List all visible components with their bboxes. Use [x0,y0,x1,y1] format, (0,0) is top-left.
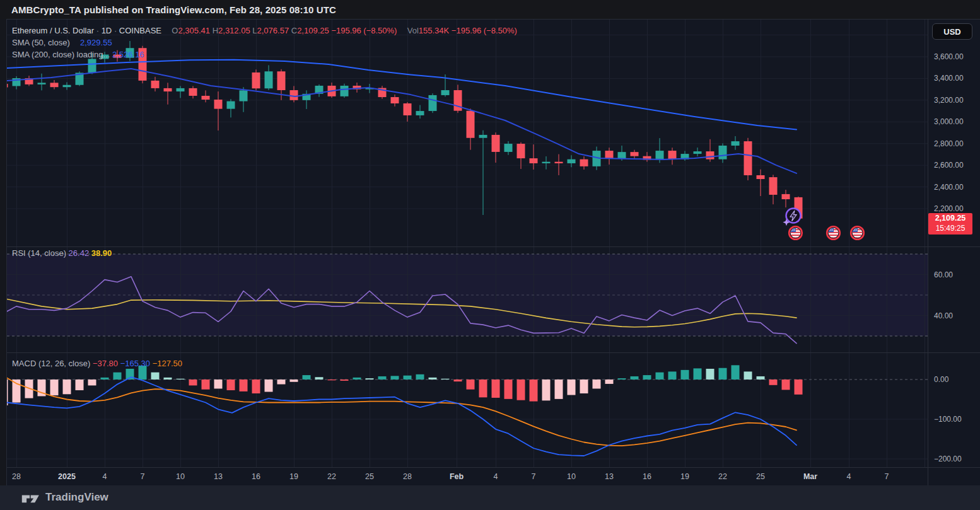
candle-body [7,84,8,88]
low-value: 2,076.57 [257,26,289,35]
macd-histogram-bar [88,380,96,385]
interval-label[interactable]: 1D [102,26,112,35]
sma200-legend[interactable]: SMA (200, close) loading... 2,526.16 [12,50,144,59]
candle-body [429,95,437,111]
tradingview-logo-icon[interactable] [21,492,43,506]
sma200-label[interactable]: SMA (200, close) loading... [12,50,110,59]
time-tick-label: 4 [103,472,107,481]
candle-body [164,88,172,91]
time-tick-label: 13 [605,472,614,481]
macd-histogram-bar [391,376,399,380]
macd-histogram-bar [76,380,84,390]
macd-histogram-bar [732,365,740,380]
candle-body [580,159,588,166]
macd-tick-label: −100.00 [934,415,962,424]
macd-histogram-bar [202,380,210,390]
macd-histogram-bar [378,376,387,380]
rsi-ma-value: 38.90 [91,248,112,258]
candle-body [50,83,59,87]
chart-canvas[interactable]: 3,600.003,400.003,200.003,000.002,800.00… [7,20,980,486]
time-tick-label: 22 [327,472,336,481]
close-label: C [291,26,297,35]
candle-body [769,177,778,195]
candle-body [568,159,576,163]
macd-histogram-bar [214,380,223,388]
macd-histogram-bar [618,378,626,380]
candle-body [227,101,235,109]
candle-body [441,90,450,95]
time-tick-label: 25 [365,472,374,481]
time-tick-label: 4 [494,472,498,481]
rsi-tick-label: 40.00 [934,311,953,320]
macd-histogram-bar [240,380,248,391]
macd-histogram-bar [505,380,513,399]
us-flag-event-icon[interactable] [788,225,803,243]
macd-histogram-bar [769,380,778,385]
price-tick-label: 3,000.00 [934,117,964,126]
currency-button[interactable]: USD [932,23,972,40]
time-tick-label: Mar [803,472,817,481]
time-tick-label: 2025 [58,472,76,481]
macd-histogram-bar [404,376,412,380]
macd-histogram-bar [315,377,324,380]
candle-body [416,111,424,115]
change-value: −195.96 (−8.50%) [331,26,397,35]
macd-label[interactable]: MACD (12, 26, close) [12,359,90,368]
macd-histogram-bar [757,376,765,380]
candle-body [542,162,551,163]
macd-histogram-bar [164,378,172,380]
price-tick-label: 2,800.00 [934,139,964,148]
volume-label: Vol [407,26,419,35]
price-tick-label: 2,600.00 [934,161,964,170]
open-value: 2,305.41 [178,26,210,35]
candle-body [265,71,273,88]
time-tick-label: 25 [756,472,765,481]
candle-body [391,97,399,103]
time-tick-label: 13 [214,472,223,481]
candle-body [530,158,538,163]
macd-histogram-bar [530,380,538,402]
time-tick-label: 10 [567,472,576,481]
close-value: 2,109.25 [297,26,329,35]
publish-header: AMBCrypto_TA published on TradingView.co… [0,0,980,19]
symbol-title[interactable]: Ethereum / U.S. Dollar [12,26,94,35]
footer-bar: TradingView [0,485,980,510]
macd-histogram-bar [454,380,462,381]
macd-histogram-bar [227,380,235,390]
time-tick-label: 7 [141,472,145,481]
rsi-label[interactable]: RSI (14, close) [12,248,66,258]
candle-body [341,86,349,96]
candle-body [668,151,677,159]
macd-histogram-bar [151,373,160,380]
tradingview-brand[interactable]: TradingView [45,491,108,504]
publish-note: AMBCrypto_TA published on TradingView.co… [11,4,336,15]
symbol-legend[interactable]: Ethereum / U.S. Dollar · 1D · COINBASE O… [12,26,517,35]
sma50-line [7,60,796,130]
macd-histogram-bar [366,378,374,380]
time-tick-label: 7 [885,472,889,481]
time-tick-label: 19 [680,472,689,481]
rsi-legend[interactable]: RSI (14, close) 26.42 38.90 [12,248,112,258]
bar-countdown: 15:49:25 [928,224,972,233]
time-tick-label: 7 [532,472,536,481]
time-tick-label: Feb [450,472,464,481]
macd-histogram-bar [290,380,298,382]
price-tick-label: 2,200.00 [934,204,964,213]
candle-body [467,111,475,138]
macd-histogram-bar [50,380,59,395]
us-flag-event-icon[interactable] [849,225,865,243]
sma200-value: 2,526.16 [112,50,144,59]
sma50-legend[interactable]: SMA (50, close) 2,929.55 [12,38,112,47]
candle-body [492,135,500,152]
macd-line [7,377,796,456]
time-tick-label: 28 [403,472,412,481]
sma50-label[interactable]: SMA (50, close) [12,38,70,47]
candle-body [177,88,185,91]
macd-histogram-bar [795,380,803,395]
macd-histogram-bar [694,368,702,380]
candle-body [214,100,223,109]
macd-legend[interactable]: MACD (12, 26, close) −37.80 −165.30 −127… [12,359,182,368]
candle-body [505,144,513,152]
us-flag-event-icon[interactable] [825,225,841,243]
candle-body [88,59,96,72]
